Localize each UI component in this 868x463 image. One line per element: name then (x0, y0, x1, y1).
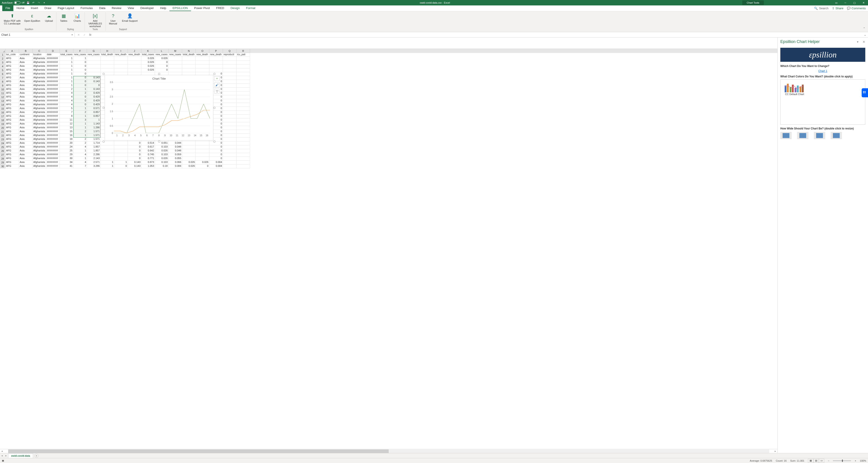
cell[interactable]: Asia (19, 141, 33, 145)
scroll-right-icon[interactable]: ▸ (773, 450, 777, 453)
cell[interactable] (223, 80, 237, 84)
cell[interactable] (223, 61, 237, 65)
menu-fred[interactable]: FRED (213, 5, 227, 11)
default-chart-thumb[interactable]: CC Default Chart (783, 82, 806, 96)
collapse-ribbon-icon[interactable]: ⌃ (862, 26, 866, 31)
add-sheet-button[interactable]: + (34, 454, 38, 458)
cell[interactable]: new_death (209, 53, 223, 57)
row-header[interactable]: 18 (0, 118, 5, 122)
cell[interactable]: 0 (73, 68, 87, 72)
column-header[interactable]: O (196, 49, 209, 53)
cell[interactable] (223, 145, 237, 149)
cell[interactable]: Afghanista (33, 92, 46, 95)
cell[interactable]: 24 (60, 145, 73, 149)
cell[interactable]: 0.857 (87, 111, 100, 114)
embedded-chart[interactable]: Chart Title 00.511.522.533.5 12345678910… (105, 75, 213, 140)
cell[interactable]: Asia (19, 111, 33, 114)
cell[interactable]: ######## (46, 122, 60, 126)
cell[interactable]: ######## (46, 145, 60, 149)
cell[interactable] (223, 138, 237, 141)
cell[interactable]: 4 (60, 99, 73, 103)
menu-developer[interactable]: Developer (137, 5, 157, 11)
cell[interactable]: 0 (209, 141, 223, 145)
cell[interactable]: 0.048 (168, 149, 182, 153)
cell[interactable] (223, 95, 237, 99)
cell[interactable]: 0.026 (182, 165, 196, 168)
cell[interactable] (100, 57, 114, 61)
zoom-slider[interactable] (833, 460, 851, 461)
cell[interactable]: ######## (46, 76, 60, 80)
cell[interactable]: 0.059 (168, 153, 182, 157)
cell[interactable]: AFG (5, 95, 19, 99)
row-header[interactable]: 17 (0, 114, 5, 118)
cell[interactable]: 0.004 (209, 161, 223, 165)
cell[interactable]: Asia (19, 84, 33, 88)
cell[interactable]: AFG (5, 134, 19, 138)
menu-help[interactable]: Help (157, 5, 169, 11)
menu-draw[interactable]: Draw (41, 5, 54, 11)
cell[interactable]: 1.053 (141, 165, 155, 168)
cell[interactable]: AFG (5, 157, 19, 161)
menu-view[interactable]: View (125, 5, 137, 11)
row-header[interactable]: 4 (0, 65, 5, 68)
cell[interactable] (182, 153, 196, 157)
cell[interactable]: AFG (5, 88, 19, 92)
cell[interactable] (196, 57, 209, 61)
cell[interactable] (182, 57, 196, 61)
cell[interactable]: 0 (73, 72, 87, 76)
cell[interactable] (114, 157, 128, 161)
cell[interactable]: Asia (19, 57, 33, 61)
cell[interactable]: 0 (155, 65, 168, 68)
cell[interactable] (182, 65, 196, 68)
cell[interactable]: 1 (73, 157, 87, 161)
cell[interactable]: 0 (73, 99, 87, 103)
cell[interactable] (223, 126, 237, 130)
cell[interactable]: 1 (60, 68, 73, 72)
cell[interactable]: 1.286 (87, 126, 100, 130)
cell[interactable]: 4 (60, 103, 73, 107)
column-header[interactable]: R (237, 49, 250, 53)
cell[interactable]: 0.084 (168, 165, 182, 168)
minimize-button[interactable]: ─ (841, 0, 850, 5)
cell[interactable]: Afghanista (33, 72, 46, 76)
row-header[interactable]: 3 (0, 61, 5, 65)
cell[interactable] (223, 57, 237, 61)
tab-nav-first-icon[interactable]: ◂ (0, 454, 4, 457)
cell[interactable]: 0 (128, 157, 141, 161)
cell[interactable]: 2.571 (87, 161, 100, 165)
ribbon-open-epsillion[interactable]: εOpen Epsillion (23, 13, 41, 22)
cell[interactable]: 0 (209, 149, 223, 153)
cell[interactable]: ######## (46, 141, 60, 145)
cell[interactable]: Afghanista (33, 80, 46, 84)
cell[interactable]: total_cases (60, 53, 73, 57)
width-option-2[interactable] (797, 132, 808, 139)
cell[interactable]: 2 (73, 138, 87, 141)
cell[interactable]: 0.026 (141, 68, 155, 72)
cell[interactable] (209, 57, 223, 61)
save-icon[interactable]: 💾 (26, 1, 30, 4)
cell[interactable]: 12 (60, 122, 73, 126)
cell[interactable] (114, 141, 128, 145)
column-header[interactable]: P (209, 49, 223, 53)
column-header[interactable]: J (128, 49, 141, 53)
cell[interactable]: Afghanista (33, 149, 46, 153)
cell[interactable] (237, 138, 250, 141)
menu-review[interactable]: Review (108, 5, 125, 11)
cell[interactable] (237, 103, 250, 107)
cell[interactable]: 1 (60, 61, 73, 65)
cell[interactable] (196, 68, 209, 72)
cell[interactable]: ######## (46, 80, 60, 84)
row-header[interactable]: 1 (0, 53, 5, 57)
cell[interactable]: 2 (60, 88, 73, 92)
cell[interactable]: 0.066 (168, 161, 182, 165)
cell[interactable]: 0.617 (141, 145, 155, 149)
cell[interactable] (223, 114, 237, 118)
cell[interactable]: AFG (5, 99, 19, 103)
cell[interactable]: 1 (73, 57, 87, 61)
cell[interactable]: 1.857 (87, 149, 100, 153)
cell[interactable]: ######## (46, 61, 60, 65)
cell[interactable]: new_death (128, 53, 141, 57)
cell[interactable]: 2 (73, 141, 87, 145)
cell[interactable]: Asia (19, 72, 33, 76)
cell[interactable] (182, 157, 196, 161)
